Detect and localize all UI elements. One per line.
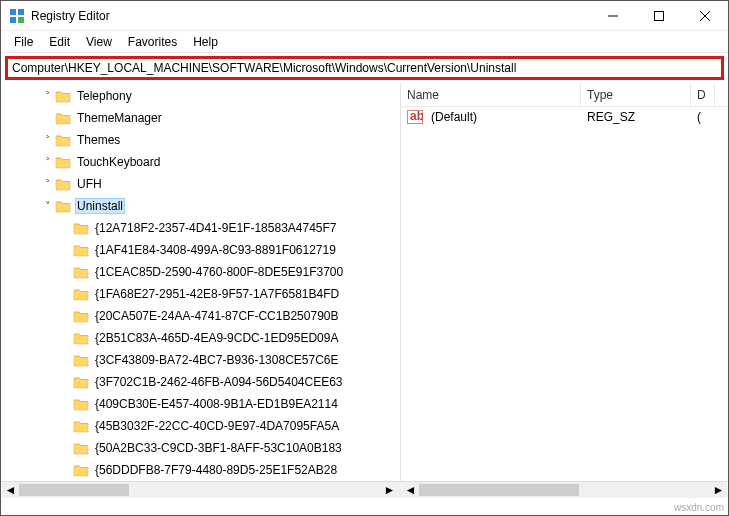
tree-item[interactable]: {1AF41E84-3408-499A-8C93-8891F0612719 bbox=[1, 239, 396, 261]
value-data: ( bbox=[691, 110, 715, 124]
window-controls bbox=[590, 1, 728, 30]
status-spacer bbox=[1, 498, 728, 515]
hscroll-track-list[interactable] bbox=[419, 482, 710, 498]
menu-favorites[interactable]: Favorites bbox=[121, 33, 184, 51]
tree-item-label: {56DDDFB8-7F79-4480-89D5-25E1F52AB28 bbox=[93, 462, 339, 478]
title-bar: Registry Editor bbox=[1, 1, 728, 31]
minimize-button[interactable] bbox=[590, 1, 636, 30]
menu-edit[interactable]: Edit bbox=[42, 33, 77, 51]
hscroll-thumb-tree[interactable] bbox=[19, 484, 129, 496]
col-type[interactable]: Type bbox=[581, 83, 691, 106]
tree-item-label: {45B3032F-22CC-40CD-9E97-4DA7095FA5A bbox=[93, 418, 341, 434]
value-type: REG_SZ bbox=[581, 110, 691, 124]
tree-item[interactable]: ˃Themes bbox=[1, 129, 396, 151]
tree-item[interactable]: {2B51C83A-465D-4EA9-9CDC-1ED95ED09A bbox=[1, 327, 396, 349]
svg-rect-3 bbox=[18, 17, 24, 23]
tree-item-label: {2B51C83A-465D-4EA9-9CDC-1ED95ED09A bbox=[93, 330, 340, 346]
maximize-button[interactable] bbox=[636, 1, 682, 30]
tree-item-label: {409CB30E-E457-4008-9B1A-ED1B9EA2114 bbox=[93, 396, 340, 412]
tree-item[interactable]: ˃UFH bbox=[1, 173, 396, 195]
chevron-down-icon[interactable]: ˅ bbox=[41, 200, 55, 213]
menu-help[interactable]: Help bbox=[186, 33, 225, 51]
tree-item[interactable]: {1FA68E27-2951-42E8-9F57-1A7F6581B4FD bbox=[1, 283, 396, 305]
value-row[interactable]: ab(Default)REG_SZ( bbox=[401, 107, 728, 127]
tree-item-label: Uninstall bbox=[75, 198, 125, 214]
tree-item[interactable]: ThemeManager bbox=[1, 107, 396, 129]
svg-rect-2 bbox=[10, 17, 16, 23]
tree-item-label: UFH bbox=[75, 176, 104, 192]
menu-view[interactable]: View bbox=[79, 33, 119, 51]
tree-item[interactable]: {3F702C1B-2462-46FB-A094-56D5404CEE63 bbox=[1, 371, 396, 393]
chevron-right-icon[interactable]: ˃ bbox=[41, 178, 55, 191]
tree-pane: ˃TelephonyThemeManager˃Themes˃TouchKeybo… bbox=[1, 83, 396, 497]
tree-item[interactable]: {3CF43809-BA72-4BC7-B936-1308CE57C6E bbox=[1, 349, 396, 371]
tree-item[interactable]: {12A718F2-2357-4D41-9E1F-18583A4745F7 bbox=[1, 217, 396, 239]
tree-item-label: TouchKeyboard bbox=[75, 154, 162, 170]
tree-item[interactable]: ˅Uninstall bbox=[1, 195, 396, 217]
tree-item[interactable]: {1CEAC85D-2590-4760-800F-8DE5E91F3700 bbox=[1, 261, 396, 283]
chevron-right-icon[interactable]: ˃ bbox=[41, 156, 55, 169]
address-input[interactable] bbox=[12, 61, 717, 75]
tree-item[interactable]: ˃TouchKeyboard bbox=[1, 151, 396, 173]
hscroll-left-tree[interactable]: ◄ bbox=[2, 482, 19, 498]
col-name[interactable]: Name bbox=[401, 83, 581, 106]
hscroll: ◄ ► ◄ ► bbox=[2, 481, 727, 498]
hscroll-left-list[interactable]: ◄ bbox=[402, 482, 419, 498]
hscroll-track-tree[interactable] bbox=[19, 482, 381, 498]
tree-item[interactable]: {50A2BC33-C9CD-3BF1-8AFF-53C10A0B183 bbox=[1, 437, 396, 459]
svg-rect-1 bbox=[18, 9, 24, 15]
address-bar bbox=[5, 56, 724, 80]
close-button[interactable] bbox=[682, 1, 728, 30]
watermark: wsxdn.com bbox=[674, 502, 724, 513]
hscroll-right-tree[interactable]: ► bbox=[381, 482, 398, 498]
tree-item-label: {1FA68E27-2951-42E8-9F57-1A7F6581B4FD bbox=[93, 286, 341, 302]
values-pane: Name Type D ab(Default)REG_SZ( bbox=[400, 83, 728, 497]
value-name: ab(Default) bbox=[401, 110, 581, 124]
tree-item-label: {20CA507E-24AA-4741-87CF-CC1B250790B bbox=[93, 308, 341, 324]
chevron-right-icon[interactable]: ˃ bbox=[41, 134, 55, 147]
svg-rect-0 bbox=[10, 9, 16, 15]
regedit-icon bbox=[9, 8, 25, 24]
column-headers: Name Type D bbox=[401, 83, 728, 107]
tree-item-label: {1AF41E84-3408-499A-8C93-8891F0612719 bbox=[93, 242, 338, 258]
svg-rect-5 bbox=[655, 11, 664, 20]
tree-item-label: Telephony bbox=[75, 88, 134, 104]
tree-item-label: {3CF43809-BA72-4BC7-B936-1308CE57C6E bbox=[93, 352, 341, 368]
tree-item[interactable]: {45B3032F-22CC-40CD-9E97-4DA7095FA5A bbox=[1, 415, 396, 437]
tree-item[interactable]: ˃Telephony bbox=[1, 85, 396, 107]
menu-bar: File Edit View Favorites Help bbox=[1, 31, 728, 53]
svg-text:ab: ab bbox=[410, 110, 423, 123]
col-data[interactable]: D bbox=[691, 83, 715, 106]
tree-item-label: Themes bbox=[75, 132, 122, 148]
hscroll-right-list[interactable]: ► bbox=[710, 482, 727, 498]
window-title: Registry Editor bbox=[31, 9, 590, 23]
chevron-right-icon[interactable]: ˃ bbox=[41, 90, 55, 103]
tree-item[interactable]: {20CA507E-24AA-4741-87CF-CC1B250790B bbox=[1, 305, 396, 327]
tree-item-label: {12A718F2-2357-4D41-9E1F-18583A4745F7 bbox=[93, 220, 339, 236]
tree-item[interactable]: {56DDDFB8-7F79-4480-89D5-25E1F52AB28 bbox=[1, 459, 396, 481]
tree-item-label: {1CEAC85D-2590-4760-800F-8DE5E91F3700 bbox=[93, 264, 345, 280]
split-container: ˃TelephonyThemeManager˃Themes˃TouchKeybo… bbox=[1, 83, 728, 497]
tree-item-label: {50A2BC33-C9CD-3BF1-8AFF-53C10A0B183 bbox=[93, 440, 344, 456]
menu-file[interactable]: File bbox=[7, 33, 40, 51]
tree-item-label: {3F702C1B-2462-46FB-A094-56D5404CEE63 bbox=[93, 374, 345, 390]
tree-item-label: ThemeManager bbox=[75, 110, 164, 126]
tree-item[interactable]: {409CB30E-E457-4008-9B1A-ED1B9EA2114 bbox=[1, 393, 396, 415]
hscroll-thumb-list[interactable] bbox=[419, 484, 579, 496]
